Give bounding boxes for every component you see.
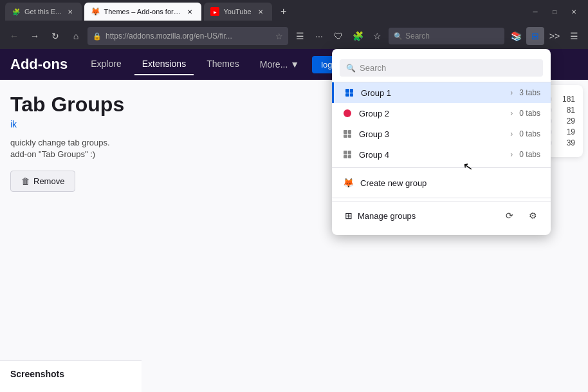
nav-more[interactable]: More... ▼: [252, 53, 307, 75]
right-toolbar: 📚 ⊞ >> ☰: [507, 27, 583, 45]
group-1-name: Group 1: [361, 88, 504, 98]
search-icon: 🔍: [394, 32, 403, 41]
group-2-arrow: ›: [510, 109, 513, 118]
overflow-icon[interactable]: >>: [546, 27, 564, 45]
new-tab-button[interactable]: +: [275, 3, 293, 21]
group-3-tabs: 0 tabs: [519, 129, 540, 138]
page-description: quickly change tab groups. add-on "Tab G…: [10, 137, 319, 160]
search-input[interactable]: [405, 32, 499, 41]
group-item-4[interactable]: Group 4 › 0 tabs: [332, 144, 551, 165]
tab-groups-dropdown: 🔍 Group 1 › 3 tabs Group 2 › 0 tabs Grou…: [332, 49, 551, 235]
bookmark-icon[interactable]: ☆: [275, 32, 283, 41]
maximize-button[interactable]: □: [546, 5, 564, 19]
addons-logo: Add-ons: [10, 56, 68, 73]
tab-title-themes: Themes – Add-ons for Firefox: [104, 8, 181, 15]
group-item-2[interactable]: Group 2 › 0 tabs: [332, 103, 551, 124]
close-window-button[interactable]: ✕: [565, 5, 583, 19]
addons-nav-links: Explore Extensions Themes More... ▼: [83, 53, 307, 75]
title-bar: 🧩 Get this E... ✕ 🦊 Themes – Add-ons for…: [0, 0, 588, 23]
menu-icon[interactable]: ☰: [565, 27, 583, 45]
dropdown-footer-divider: [332, 198, 551, 198]
group-1-arrow: ›: [510, 88, 513, 97]
lock-icon: 🔒: [93, 32, 102, 41]
tab-themes[interactable]: 🦊 Themes – Add-ons for Firefox ✕: [84, 3, 201, 21]
extensions-icon[interactable]: 🧩: [349, 27, 367, 45]
group-item-1[interactable]: Group 1 › 3 tabs: [332, 82, 551, 103]
group-3-icon: [342, 129, 353, 139]
tab-favicon-themes: 🦊: [91, 7, 100, 16]
remove-icon: 🗑: [21, 176, 30, 186]
tab-title-get-this: Get this E...: [24, 8, 61, 15]
minimize-button[interactable]: ─: [526, 5, 544, 19]
group-4-arrow: ›: [510, 150, 513, 159]
chevron-down-icon: ▼: [290, 59, 299, 70]
shield-icon[interactable]: 🛡: [329, 27, 347, 45]
grid-icon: ⊞: [345, 210, 353, 221]
reader-view-button[interactable]: ☰: [291, 27, 309, 45]
group-2-name: Group 2: [359, 109, 504, 118]
tab-favicon-get-this: 🧩: [12, 7, 21, 16]
tab-get-this[interactable]: 🧩 Get this E... ✕: [5, 3, 82, 21]
group-2-icon: [342, 108, 353, 118]
group-search-input[interactable]: [360, 63, 537, 73]
tab-close-themes[interactable]: ✕: [185, 6, 195, 17]
tab-groups-icon[interactable]: ⊞: [526, 27, 544, 45]
toolbar-icons: ☰ ··· 🛡 🧩 ☆: [291, 27, 386, 45]
nav-themes[interactable]: Themes: [199, 53, 247, 75]
dropdown-search-area: 🔍: [332, 54, 551, 82]
dropdown-search-inner[interactable]: 🔍: [340, 59, 543, 77]
group-3-arrow: ›: [510, 129, 513, 138]
tab-close-get-this[interactable]: ✕: [65, 6, 75, 17]
more-button[interactable]: ···: [310, 27, 328, 45]
dropdown-footer: ⊞ Manage groups ⟳ ⚙: [332, 201, 551, 230]
group-1-icon: [344, 88, 354, 98]
nav-extensions[interactable]: Extensions: [134, 53, 194, 75]
refresh-button[interactable]: ↻: [46, 27, 64, 45]
home-button[interactable]: ⌂: [67, 27, 85, 45]
nav-explore[interactable]: Explore: [83, 53, 129, 75]
manage-groups-button[interactable]: ⊞ Manage groups: [340, 207, 497, 225]
tab-favicon-youtube: [210, 7, 219, 16]
nav-bar: ← → ↻ ⌂ 🔒 https://addons.mozilla.org/en-…: [0, 23, 588, 49]
address-bar[interactable]: 🔒 https://addons.mozilla.org/en-US/fir..…: [87, 27, 288, 45]
group-3-name: Group 3: [359, 129, 504, 139]
manage-groups-label: Manage groups: [358, 211, 416, 221]
screenshots-section: Screenshots: [0, 360, 142, 392]
browser-search-bar[interactable]: 🔍: [389, 28, 504, 44]
group-2-tabs: 0 tabs: [519, 109, 540, 118]
group-4-tabs: 0 tabs: [519, 150, 540, 159]
tab-close-youtube[interactable]: ✕: [255, 6, 266, 17]
firefox-icon: 🦊: [342, 177, 354, 189]
forward-button[interactable]: →: [26, 27, 44, 45]
create-group-button[interactable]: 🦊 Create new group: [332, 171, 551, 195]
tab-title-youtube: YouTube: [223, 8, 251, 15]
group-4-name: Group 4: [359, 150, 504, 160]
create-group-label: Create new group: [360, 178, 427, 188]
sync-button[interactable]: ⟳: [499, 205, 520, 226]
screenshots-title: Screenshots: [10, 369, 131, 379]
settings-button[interactable]: ⚙: [522, 205, 543, 226]
window-controls: ─ □ ✕: [526, 5, 583, 19]
group-4-icon: [342, 149, 353, 160]
address-text: https://addons.mozilla.org/en-US/fir...: [106, 32, 271, 41]
remove-button[interactable]: 🗑 Remove: [10, 171, 75, 192]
group-1-tabs: 3 tabs: [519, 88, 540, 97]
dropdown-divider: [332, 167, 551, 168]
tab-youtube[interactable]: YouTube ✕: [204, 3, 271, 21]
group-item-3[interactable]: Group 3 › 0 tabs: [332, 124, 551, 144]
library-icon[interactable]: 📚: [507, 27, 525, 45]
bookmark-toolbar-icon[interactable]: ☆: [368, 27, 386, 45]
search-icon: 🔍: [346, 64, 356, 73]
back-button[interactable]: ←: [5, 27, 23, 45]
